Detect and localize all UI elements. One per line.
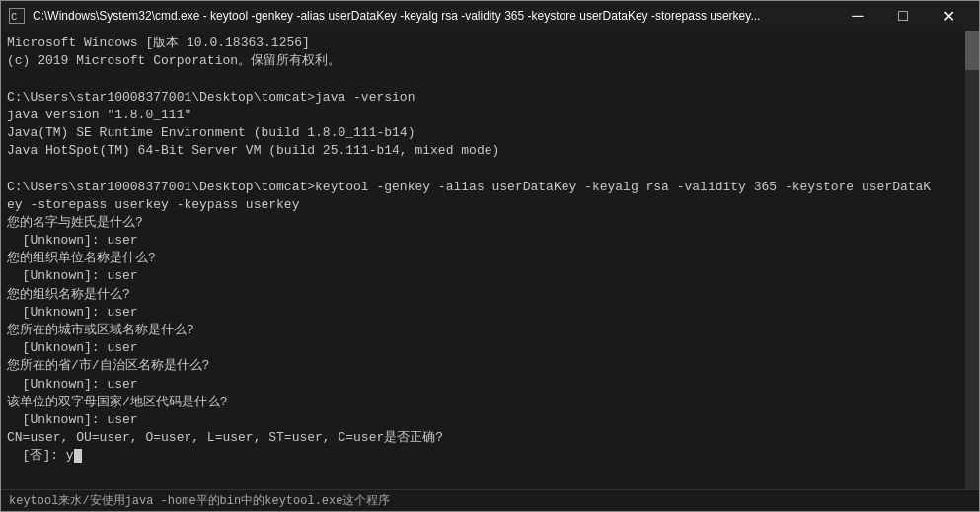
maximize-button[interactable]: □ [880,1,926,31]
cmd-icon: C [9,8,25,24]
cursor [74,449,82,463]
svg-text:C: C [11,11,17,23]
minimize-button[interactable]: ─ [835,1,880,31]
terminal-line: Java(TM) SE Runtime Environment (build 1… [7,124,973,142]
terminal-line [7,160,973,178]
terminal-line: [Unknown]: user [7,339,973,357]
terminal-line: [Unknown]: user [7,411,973,429]
terminal-line: CN=user, OU=user, O=user, L=user, ST=use… [7,429,973,447]
terminal-line: [Unknown]: user [7,232,973,250]
terminal-line: java version "1.8.0_111" [7,107,973,124]
terminal-line: (c) 2019 Microsoft Corporation。保留所有权利。 [7,52,973,70]
title-bar-left: C C:\Windows\System32\cmd.exe - keytool … [9,8,760,24]
terminal-line: 您的组织名称是什么? [7,286,973,304]
terminal-line: C:\Users\star10008377001\Desktop\tomcat>… [7,179,973,196]
title-bar: C C:\Windows\System32\cmd.exe - keytool … [1,1,979,31]
terminal-line: C:\Users\star10008377001\Desktop\tomcat>… [7,89,973,107]
terminal-line: [Unknown]: user [7,376,973,394]
status-bar: keytool来水/安使用java -home平的bin中的keytool.ex… [1,489,979,511]
terminal-line: [Unknown]: user [7,267,973,285]
terminal-line: 您的组织单位名称是什么? [7,250,973,267]
terminal-line: 您所在的城市或区域名称是什么? [7,322,973,339]
scrollbar-thumb[interactable] [965,31,979,70]
terminal-body[interactable]: Microsoft Windows [版本 10.0.18363.1256](c… [1,31,979,489]
terminal-content: Microsoft Windows [版本 10.0.18363.1256](c… [7,35,973,466]
terminal-line: Microsoft Windows [版本 10.0.18363.1256] [7,35,973,52]
terminal-line: 您的名字与姓氏是什么? [7,214,973,232]
status-text: keytool来水/安使用java -home平的bin中的keytool.ex… [9,492,390,509]
terminal-line: 该单位的双字母国家/地区代码是什么? [7,394,973,411]
window-title: C:\Windows\System32\cmd.exe - keytool -g… [33,9,760,23]
terminal-line [7,70,973,88]
scrollbar[interactable] [965,31,979,489]
terminal-line: [否]: y [7,447,973,465]
terminal-line: [Unknown]: user [7,304,973,322]
close-button[interactable]: ✕ [926,1,971,31]
terminal-line: ey -storepass userkey -keypass userkey [7,196,973,214]
terminal-line: Java HotSpot(TM) 64-Bit Server VM (build… [7,142,973,160]
terminal-line: 您所在的省/市/自治区名称是什么? [7,357,973,375]
window-controls: ─ □ ✕ [835,1,971,31]
cmd-window: C C:\Windows\System32\cmd.exe - keytool … [0,0,980,512]
